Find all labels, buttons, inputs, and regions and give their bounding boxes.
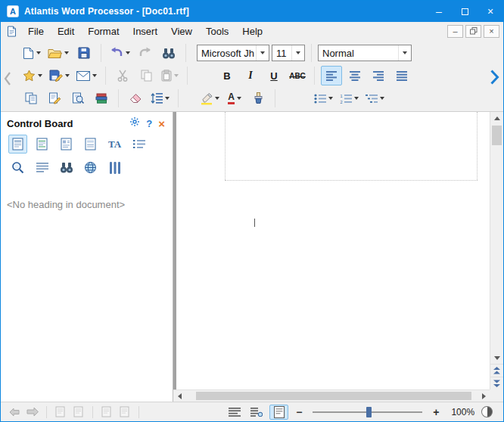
headings-pane-button[interactable]: [8, 135, 27, 154]
draft-view-button[interactable]: [226, 405, 244, 420]
strikethrough-button[interactable]: ABC: [287, 66, 308, 85]
open-button[interactable]: [45, 43, 71, 63]
fields-pane-button[interactable]: [81, 135, 100, 154]
horizontal-scroll-thumb[interactable]: [196, 392, 471, 400]
search-pane-button[interactable]: [8, 158, 27, 177]
font-size-combo-dropdown[interactable]: [291, 45, 304, 61]
back-button[interactable]: [7, 405, 22, 420]
document-page[interactable]: [176, 112, 490, 389]
email-dropdown-icon[interactable]: [92, 74, 97, 77]
align-center-button[interactable]: [344, 66, 366, 85]
paste-button[interactable]: [159, 66, 181, 85]
color-scheme-toggle[interactable]: [481, 406, 493, 417]
typography-pane-button[interactable]: TA: [105, 135, 124, 154]
menu-tools[interactable]: Tools: [199, 23, 235, 39]
scroll-right-button[interactable]: [478, 390, 490, 402]
prev-place-button[interactable]: [53, 405, 68, 420]
menu-file[interactable]: File: [21, 23, 51, 39]
bullet-list-dropdown-icon[interactable]: [328, 97, 333, 100]
settings-gear-button[interactable]: [129, 116, 140, 130]
zoom-in-button[interactable]: +: [428, 405, 443, 420]
menu-help[interactable]: Help: [235, 23, 269, 39]
control-board-close-button[interactable]: ×: [158, 118, 165, 129]
open-dropdown-icon[interactable]: [64, 51, 69, 54]
font-color-dropdown-icon[interactable]: [237, 97, 241, 100]
prev-edit-button[interactable]: [99, 405, 114, 420]
mdi-close-button[interactable]: ×: [484, 25, 499, 38]
italic-button[interactable]: I: [240, 66, 261, 85]
menu-format[interactable]: Format: [81, 23, 126, 39]
find-pane-button[interactable]: [57, 158, 76, 177]
horizontal-scroll-track[interactable]: [185, 390, 478, 402]
email-button[interactable]: [74, 66, 99, 85]
print-preview-button[interactable]: [67, 88, 89, 108]
line-spacing-dropdown-icon[interactable]: [165, 97, 170, 100]
bookmarks-pane-button[interactable]: [57, 135, 76, 154]
paragraphs-pane-button[interactable]: [33, 158, 51, 177]
books-button[interactable]: [91, 88, 112, 108]
styles-pane-button[interactable]: [33, 135, 51, 154]
edit-document-button[interactable]: [44, 88, 65, 108]
scroll-left-button[interactable]: [173, 390, 185, 402]
redo-button[interactable]: [135, 43, 156, 63]
paste-dropdown-icon[interactable]: [174, 74, 179, 77]
favorites-dropdown-icon[interactable]: [38, 74, 42, 77]
save-special-button[interactable]: [47, 66, 72, 85]
forward-button[interactable]: [25, 405, 40, 420]
zoom-out-button[interactable]: −: [291, 405, 306, 420]
menu-edit[interactable]: Edit: [51, 23, 81, 39]
undo-button[interactable]: [107, 43, 132, 63]
scroll-up-button[interactable]: [490, 112, 503, 124]
multilevel-list-button[interactable]: [363, 88, 387, 108]
copy-button[interactable]: [135, 66, 157, 85]
font-size-combo[interactable]: 11: [272, 45, 305, 61]
horizontal-scrollbar[interactable]: [173, 389, 490, 402]
align-right-button[interactable]: [368, 66, 389, 85]
vertical-scrollbar[interactable]: [490, 112, 503, 389]
online-view-button[interactable]: [247, 405, 266, 420]
format-painter-button[interactable]: [247, 88, 269, 108]
more-toolbars-button[interactable]: [490, 69, 499, 88]
highlighter-dropdown-icon[interactable]: [215, 97, 219, 100]
maximize-button[interactable]: [452, 1, 478, 22]
scroll-down-button[interactable]: [490, 352, 503, 364]
line-spacing-button[interactable]: [148, 88, 172, 108]
previous-page-button[interactable]: [490, 364, 503, 377]
menu-insert[interactable]: Insert: [126, 23, 165, 39]
menu-view[interactable]: View: [164, 23, 199, 39]
font-name-combo-dropdown[interactable]: [256, 45, 269, 61]
undo-dropdown-icon[interactable]: [126, 51, 130, 54]
bold-button[interactable]: B: [216, 66, 238, 85]
help-button[interactable]: ?: [146, 118, 152, 129]
zoom-slider[interactable]: [313, 405, 422, 419]
style-combo-dropdown[interactable]: [398, 45, 411, 61]
previous-toolbar-button[interactable]: [4, 72, 11, 88]
underline-button[interactable]: U: [263, 66, 285, 85]
outline-pane-button[interactable]: [129, 135, 148, 154]
next-place-button[interactable]: [71, 405, 86, 420]
vertical-scroll-thumb[interactable]: [492, 126, 502, 145]
two-documents-button[interactable]: [20, 88, 42, 108]
style-combo[interactable]: Normal: [318, 45, 412, 61]
web-pane-button[interactable]: [81, 158, 100, 177]
find-button[interactable]: [158, 43, 179, 63]
save-special-dropdown-icon[interactable]: [65, 74, 70, 77]
page-layout-view-button[interactable]: [269, 405, 288, 420]
numbered-list-dropdown-icon[interactable]: [354, 97, 359, 100]
save-button[interactable]: [73, 43, 95, 63]
multilevel-list-dropdown-icon[interactable]: [380, 97, 384, 100]
mdi-minimize-button[interactable]: –: [447, 25, 463, 38]
new-document-dropdown-icon[interactable]: [36, 51, 41, 54]
vertical-scroll-track[interactable]: [490, 124, 503, 352]
numbered-list-button[interactable]: 12: [338, 88, 361, 108]
favorites-button[interactable]: [20, 66, 45, 85]
next-edit-button[interactable]: [117, 405, 132, 420]
align-left-button[interactable]: [321, 66, 342, 85]
font-name-combo[interactable]: Microsoft Jh: [197, 45, 269, 61]
close-button[interactable]: ×: [478, 1, 503, 22]
zoom-slider-thumb[interactable]: [366, 407, 372, 417]
next-page-button[interactable]: [490, 377, 503, 389]
minimize-button[interactable]: –: [426, 1, 452, 22]
highlighter-button[interactable]: [198, 88, 222, 108]
bullet-list-button[interactable]: [312, 88, 335, 108]
